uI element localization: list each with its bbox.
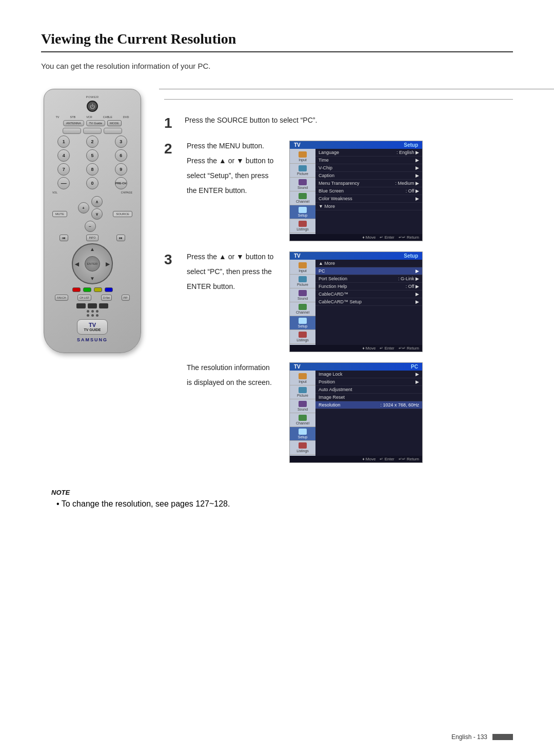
menu-row-color: Color Weakness▶ xyxy=(315,195,422,203)
step-3-text-2: select “PC”, then press the xyxy=(187,266,279,277)
step-2-text-3: select “Setup”, then press xyxy=(187,170,279,181)
enter-btn[interactable]: ENTER xyxy=(85,256,100,272)
step-2-number: 2 xyxy=(164,142,176,156)
yellow-btn[interactable] xyxy=(94,287,102,292)
blue-btn[interactable] xyxy=(105,287,113,292)
num-7[interactable]: 7 xyxy=(57,163,70,176)
menu-3-header: TV PC xyxy=(290,363,422,371)
num-prech[interactable]: PRE-CH xyxy=(115,177,127,189)
red-btn[interactable] xyxy=(72,287,81,292)
menu-row-caption: Caption▶ xyxy=(315,172,422,180)
info-btn[interactable]: INFO xyxy=(86,235,98,241)
m2-row-cablecard: CableCARD™▶ xyxy=(315,290,422,298)
bottom-btns-row: FAV.CH CH LIST D-Net PIP xyxy=(50,295,134,301)
menu-2-main: ▲ More PC▶ Port Selection: G-Link ▶ Func… xyxy=(315,260,422,345)
menu-2-header: TV Setup xyxy=(290,252,422,260)
dpad: ▲ ▼ ◀ ▶ ENTER xyxy=(72,243,113,284)
dpad-right[interactable]: ▶ xyxy=(106,261,110,267)
fav-ch-btn[interactable]: FAV.CH xyxy=(55,295,68,301)
menu-1-title: Setup xyxy=(301,142,418,148)
dpad-up[interactable]: ▲ xyxy=(90,246,95,252)
m2-sidebar-sound: Sound xyxy=(290,288,315,302)
color-sq-1[interactable] xyxy=(76,303,86,308)
tv-guide-label: TV GUIDE xyxy=(83,328,102,332)
menu-1-main: Language: English ▶ Time▶ V-Chip▶ Captio… xyxy=(315,149,422,234)
d-net-btn[interactable]: D-Net xyxy=(101,295,112,301)
step-4-description: The resolution information is displayed … xyxy=(187,362,279,392)
m3-row-position: Position▶ xyxy=(315,378,422,386)
ch-up-btn[interactable]: ∧ xyxy=(91,196,103,207)
blank-btn-3[interactable] xyxy=(104,128,122,134)
num-5[interactable]: 5 xyxy=(86,149,98,162)
num-0[interactable]: 0 xyxy=(86,177,98,189)
green-btn[interactable] xyxy=(83,287,91,292)
num-9[interactable]: 9 xyxy=(115,163,127,176)
blank-row-1 xyxy=(50,128,134,134)
steps-section: 1 Press the SOURCE button to select “PC”… xyxy=(164,89,513,463)
ch-dn-btn[interactable]: ∨ xyxy=(91,208,103,220)
color-sq-2[interactable] xyxy=(88,303,97,308)
menu-1-header: TV Setup xyxy=(290,141,422,149)
step-4-text-2: is displayed on the screen. xyxy=(187,377,279,388)
menu-1-tv: TV xyxy=(294,142,301,148)
m2-row-cablecard-setup: CableCARD™ Setup▶ xyxy=(315,298,422,306)
blank-btn-2[interactable] xyxy=(83,128,102,134)
menu-row-blue: Blue Screen: Off ▶ xyxy=(315,187,422,195)
m3-sidebar-input: Input xyxy=(290,372,315,385)
m2-sidebar-picture: Picture xyxy=(290,275,315,288)
m3-sidebar-listings: Listings xyxy=(290,441,315,455)
remote-wrapper: POWER ⏻ TVSTBVCRCABLEDVD ANTENNA TV Guid… xyxy=(41,89,144,353)
num-8[interactable]: 8 xyxy=(86,163,98,176)
rewind-btn[interactable]: ⏮ xyxy=(60,235,68,241)
remote-control: POWER ⏻ TVSTBVCRCABLEDVD ANTENNA TV Guid… xyxy=(44,89,141,353)
page-title: Viewing the Current Resolution xyxy=(41,31,513,52)
page-footer: English - 133 xyxy=(451,733,513,741)
vol-dn-btn[interactable]: − xyxy=(85,221,96,232)
sidebar-sound: Sound xyxy=(290,178,315,191)
menu-3-title: PC xyxy=(301,364,418,370)
step-2-text-2: Press the ▲ or ▼ button to xyxy=(187,156,279,166)
antenna-btn[interactable]: ANTENNA xyxy=(63,120,84,126)
step-2-text-1: Press the MENU button. xyxy=(187,141,279,151)
menu-1-sidebar: Input Picture Sound xyxy=(290,149,315,234)
num-dash[interactable]: — xyxy=(57,177,70,189)
blank-btn-1[interactable] xyxy=(63,128,81,134)
mode-btn[interactable]: MODE xyxy=(107,120,122,126)
tv-guide-box[interactable]: TV TV GUIDE xyxy=(77,319,108,335)
m2-row-port: Port Selection: G-Link ▶ xyxy=(315,275,422,283)
dpad-down[interactable]: ▼ xyxy=(90,276,95,281)
m3-row-resolution: Resolution: 1024 x 768, 60Hz xyxy=(315,401,422,409)
mute-btn[interactable]: MUTE xyxy=(52,211,67,217)
menu-3-footer: ♦ Move↵ Enter↵↵ Return xyxy=(290,456,422,462)
vol-label: VOL xyxy=(52,191,57,194)
dpad-left[interactable]: ◀ xyxy=(75,261,79,267)
num-4[interactable]: 4 xyxy=(57,149,70,162)
menu-2-title: Setup xyxy=(301,253,418,259)
source-btn[interactable]: SOURCE xyxy=(113,211,132,217)
step-2-row: 2 Press the MENU button. Press the ▲ or … xyxy=(164,141,513,241)
samsung-label: SAMSUNG xyxy=(50,337,134,342)
m3-row-reset: Image Reset xyxy=(315,394,422,401)
small-btns-row: ⏮ INFO ⏭ xyxy=(50,235,134,241)
num-2[interactable]: 2 xyxy=(86,135,98,148)
num-3[interactable]: 3 xyxy=(115,135,127,148)
color-btns-row xyxy=(50,287,134,292)
menu-3-tv: TV xyxy=(294,364,301,370)
m3-sidebar-channel: Channel xyxy=(290,413,315,427)
num-1[interactable]: 1 xyxy=(57,135,70,148)
step-3-description: Press the ▲ or ▼ button to select “PC”, … xyxy=(187,251,279,296)
footer-bar xyxy=(492,734,513,740)
sidebar-input: Input xyxy=(290,150,315,164)
ch-list-btn[interactable]: CH LIST xyxy=(77,295,91,301)
tv-guide-btn[interactable]: TV Guide xyxy=(86,120,105,126)
forward-btn[interactable]: ⏭ xyxy=(116,235,125,241)
power-button[interactable]: ⏻ xyxy=(87,101,98,112)
pip-btn[interactable]: PIP xyxy=(122,295,130,301)
vol-up-btn[interactable]: + xyxy=(78,202,89,214)
step-3-number: 3 xyxy=(164,253,176,267)
mute-source-row: MUTE + ∧ ∨ − SOURCE xyxy=(50,196,134,232)
num-6[interactable]: 6 xyxy=(115,149,127,162)
menu-2-tv: TV xyxy=(294,253,301,259)
color-sq-3[interactable] xyxy=(99,303,108,308)
num-pad: 1 2 3 4 5 6 7 8 9 — 0 PRE-CH xyxy=(50,135,134,189)
